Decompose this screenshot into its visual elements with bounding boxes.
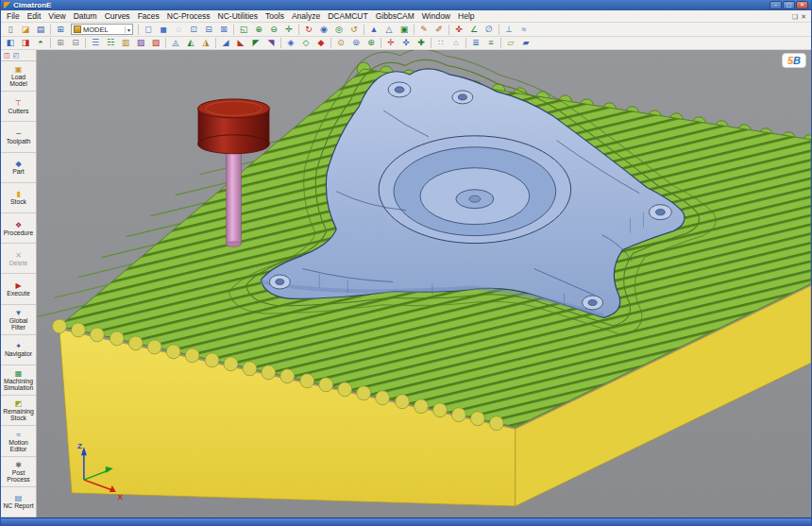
toolbar-icon[interactable]: ∠ [466,24,482,36]
toolbar-icon[interactable]: ☰ [88,37,103,49]
window-control-button[interactable]: – [770,1,782,9]
sidebar-item[interactable]: ⊤ Cutters [1,92,36,122]
toolbar-icon[interactable]: ◱ [236,24,251,36]
toolbar-icon[interactable]: ▱ [503,37,518,49]
toolbar-icon[interactable] [136,24,141,36]
title-bar[interactable]: CimatronE –▢✕ [1,0,811,10]
toolbar-icon[interactable] [464,37,468,49]
model-dropdown[interactable]: MODEL ▾ [71,24,133,35]
toolbar-icon[interactable] [48,37,53,49]
sidebar-item[interactable]: ▣ Load Model [1,61,36,92]
toolbar-icon[interactable]: ≡ [483,37,499,49]
sidebar-item[interactable]: ❖ Procedure [1,213,36,244]
sidebar-item[interactable]: ✕ Delete [1,244,36,274]
toolbar-icon[interactable]: ⊡ [186,24,201,36]
sidebar-item[interactable]: ✱ Post Process [1,457,36,487]
toolbar-icon[interactable]: ◻ [141,24,156,36]
sidebar-header-icon[interactable]: ◰ [13,51,20,59]
toolbar-icon[interactable]: ✚ [414,37,429,49]
menu-item[interactable]: NC-Utilities [214,11,262,21]
sidebar-item[interactable]: ✦ Navigator [1,335,36,365]
sidebar-item[interactable]: ▦ Machining Simulation [1,365,36,396]
toolbar-icon[interactable]: ⊟ [68,37,83,49]
toolbar-icon[interactable]: ⊙ [333,37,348,49]
toolbar-icon[interactable]: ◥ [263,37,279,49]
toolbar-icon[interactable]: ▥ [118,37,133,49]
menu-item[interactable]: Curves [101,11,134,21]
toolbar-icon[interactable]: ↻ [301,24,316,36]
sidebar-item[interactable]: ▤ NC Report [1,487,36,518]
toolbar-icon[interactable]: ⊞ [53,37,68,49]
menu-item[interactable]: Datum [70,11,101,21]
toolbar-icon[interactable] [329,37,333,49]
toolbar-icon[interactable]: △ [381,24,397,36]
toolbar-icon[interactable] [429,37,433,49]
toolbar-icon[interactable]: ⊚ [348,37,364,49]
sidebar-item[interactable]: ◩ Remaining Stock [1,396,36,426]
toolbar-icon[interactable]: ◎ [331,24,347,36]
toolbar-icon[interactable]: ⊖ [266,24,281,36]
toolbar-icon[interactable]: ◨ [18,37,33,49]
menu-item[interactable]: Edit [24,11,45,21]
window-control-button[interactable]: ▢ [783,1,795,9]
toolbar-icon[interactable]: ◆ [313,37,329,49]
toolbar-icon[interactable]: ◣ [233,37,248,49]
menu-item[interactable]: Analyze [288,11,324,21]
toolbar-icon[interactable]: ◌ [171,24,186,36]
toolbar-icon[interactable] [231,24,236,36]
toolbar-icon[interactable]: ≣ [468,37,483,49]
window-control-button[interactable]: ✕ [796,1,808,9]
sidebar-item[interactable]: ∽ Toolpath [1,122,36,152]
mdi-control-button[interactable]: ❏ [792,12,798,21]
toolbar-icon[interactable] [83,37,88,49]
toolbar-icon[interactable]: ◤ [248,37,263,49]
sidebar-header-icon[interactable]: ◫ [4,51,10,59]
toolbar-icon[interactable] [497,24,501,36]
toolbar-icon[interactable]: ⊛ [364,37,379,49]
sidebar-item[interactable]: ≈ Motion Editor [1,426,36,456]
toolbar-icon[interactable]: ◉ [316,24,331,36]
sidebar-item[interactable]: ▼ Global Filter [1,305,36,335]
menu-item[interactable]: Help [454,11,478,21]
menu-item[interactable]: Tools [262,11,288,21]
toolbar-icon[interactable]: ✜ [451,24,466,36]
3d-scene[interactable]: Z X [37,50,811,518]
toolbar-icon[interactable]: ▤ [33,24,48,36]
toolbar-icon[interactable]: ◪ [18,24,33,36]
toolbar-icon[interactable] [279,37,283,49]
toolbar-icon[interactable] [362,24,366,36]
toolbar-icon[interactable]: ✛ [281,24,296,36]
sidebar-item[interactable]: ◆ Part [1,153,36,183]
toolbar-icon[interactable] [447,24,451,36]
toolbar-icon[interactable]: ✛ [383,37,398,49]
toolbar-icon[interactable]: ◇ [298,37,313,49]
toolbar-icon[interactable]: ◧ [3,37,18,49]
toolbar-icon[interactable]: ◓ [33,37,48,49]
toolbar-icon[interactable]: ⊟ [201,24,216,36]
toolbar-icon[interactable]: ⊞ [53,24,68,36]
menu-item[interactable]: File [3,11,24,21]
toolbar-icon[interactable] [213,37,218,49]
chevron-down-icon[interactable]: ▾ [125,26,130,33]
toolbar-icon[interactable]: ▨ [133,37,148,49]
toolbar-icon[interactable]: ◮ [198,37,213,49]
toolbar-icon[interactable]: ▲ [366,24,381,36]
menu-item[interactable]: Faces [134,11,163,21]
toolbar-icon[interactable] [499,37,503,49]
toolbar-icon[interactable]: ✎ [416,24,431,36]
toolbar-icon[interactable]: ▯ [3,24,18,36]
toolbar-icon[interactable]: ∷ [433,37,448,49]
toolbar-icon[interactable]: ✜ [398,37,414,49]
toolbar-icon[interactable]: ☷ [103,37,118,49]
toolbar-icon[interactable] [412,24,416,36]
toolbar-icon[interactable]: ◈ [283,37,298,49]
toolbar-icon[interactable] [163,37,168,49]
toolbar-icon[interactable]: ⊥ [501,24,516,36]
toolbar-icon[interactable]: ↺ [347,24,362,36]
toolbar-icon[interactable]: ◼ [156,24,171,36]
toolbar-icon[interactable] [296,24,301,36]
toolbar-icon[interactable]: ◬ [168,37,183,49]
toolbar-icon[interactable]: ⊠ [216,24,231,36]
toolbar-icon[interactable]: ⌂ [448,37,464,49]
sidebar-item[interactable]: ▮ Stock [1,183,36,213]
